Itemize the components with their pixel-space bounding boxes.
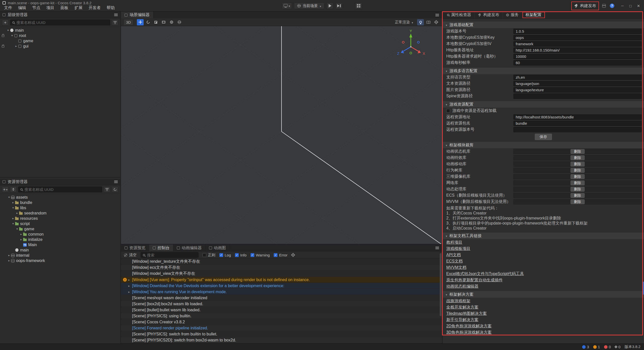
- preview-scene-select[interactable]: 当前场景: [294, 3, 325, 9]
- text-input[interactable]: 10000: [513, 54, 641, 59]
- tree-expand-arrow-icon[interactable]: [10, 34, 14, 37]
- assets-tree-row[interactable]: game: [0, 226, 120, 232]
- inspector-tab[interactable]: 构建发布: [475, 12, 503, 18]
- tree-expand-arrow-icon[interactable]: [11, 201, 15, 204]
- remote-load-checkbox[interactable]: [446, 109, 450, 113]
- coordinate-space-button[interactable]: [176, 19, 183, 25]
- assets-filter-button[interactable]: [104, 187, 110, 192]
- console-settings-icon[interactable]: [292, 253, 295, 256]
- inspector-tab[interactable]: 服务: [503, 12, 522, 18]
- solution-link[interactable]: 全栈开发解决方案: [443, 304, 482, 310]
- menu-item[interactable]: 节点: [29, 5, 43, 11]
- lock-icon[interactable]: [2, 35, 4, 37]
- solution-link[interactable]: 新手引导解决方案: [443, 317, 482, 323]
- text-input[interactable]: http://localhost:8083/assets/bundle: [513, 114, 641, 120]
- console-search-input[interactable]: [147, 253, 196, 257]
- assets-tree-row[interactable]: Main: [0, 242, 120, 247]
- regex-filter[interactable]: 正则: [203, 253, 215, 257]
- assets-tree-row[interactable]: assets: [0, 195, 120, 200]
- assets-tree-row[interactable]: resources: [0, 216, 120, 221]
- doc-link[interactable]: ECS文档: [443, 258, 466, 264]
- log-row[interactable]: [Scene] [PHYSICS]: using builtin.: [121, 313, 442, 319]
- delete-module-button[interactable]: 删除: [571, 181, 585, 185]
- delete-module-button[interactable]: 删除: [571, 193, 585, 198]
- assets-search-input[interactable]: [24, 187, 100, 192]
- log-row[interactable]: [Scene] [box2d]:box2d wasm lib loaded.: [121, 301, 442, 307]
- extension-package-icon[interactable]: [602, 4, 606, 8]
- rect-tool-button[interactable]: [160, 19, 167, 25]
- log-row[interactable]: [Scene] [PHYSICS2D]: switch from box2d-w…: [121, 337, 442, 343]
- minimize-button[interactable]: [618, 2, 626, 10]
- log-level-filter[interactable]: Error: [274, 253, 287, 257]
- maximize-button[interactable]: [626, 2, 634, 10]
- delete-module-button[interactable]: 删除: [571, 162, 585, 166]
- log-row[interactable]: [Scene] Cocos Creator v3.8.2: [121, 319, 442, 325]
- build-publish-button[interactable]: 构建发布: [572, 2, 598, 10]
- add-node-button[interactable]: [2, 20, 9, 25]
- inspector-tab[interactable]: 属性检查器: [444, 12, 475, 18]
- preview-platform-button[interactable]: [282, 3, 292, 9]
- console-tab[interactable]: 动画图: [206, 245, 230, 251]
- hierarchy-search-input[interactable]: [16, 20, 108, 25]
- axis-gizmo[interactable]: Y X Z: [395, 29, 428, 62]
- delete-module-button[interactable]: 删除: [571, 187, 585, 192]
- tree-expand-arrow-icon[interactable]: [15, 211, 19, 215]
- tree-expand-arrow-icon[interactable]: [7, 254, 11, 257]
- render-mode-select[interactable]: 正常渲染: [395, 20, 413, 25]
- assets-refresh-button[interactable]: [112, 187, 118, 192]
- section-header-docs[interactable]: 框架文档工具链接: [443, 233, 644, 239]
- text-input[interactable]: [513, 127, 641, 132]
- checkbox-icon[interactable]: [274, 253, 277, 257]
- text-input[interactable]: http://192.168.0.150/main/: [513, 48, 641, 53]
- notification-count[interactable]: 0: [615, 345, 620, 349]
- section-header-modules[interactable]: 框架模块裁剪: [443, 142, 644, 148]
- scene-light-toggle[interactable]: [417, 19, 424, 25]
- menu-item[interactable]: 扩展: [71, 5, 86, 11]
- doc-link[interactable]: 动画状态机编辑器: [443, 283, 482, 289]
- regex-checkbox[interactable]: [203, 253, 206, 257]
- console-tab[interactable]: 资源预览: [121, 245, 149, 251]
- tree-expand-arrow-icon[interactable]: [7, 196, 11, 199]
- menu-item[interactable]: 开发者: [86, 5, 104, 11]
- scene-camera-button[interactable]: [425, 19, 432, 25]
- log-row[interactable]: [Window] You are running Vue in developm…: [121, 289, 442, 295]
- log-count[interactable]: 3: [582, 345, 589, 349]
- assets-tree-row[interactable]: internal: [0, 253, 120, 258]
- log-level-filter[interactable]: Warning: [251, 253, 270, 257]
- tree-expand-arrow-icon[interactable]: [15, 227, 19, 231]
- play-button[interactable]: [327, 3, 334, 9]
- text-input[interactable]: 60: [513, 60, 641, 65]
- text-input[interactable]: zh,en: [513, 75, 641, 80]
- delete-module-button[interactable]: 删除: [571, 149, 585, 154]
- hierarchy-tree-row[interactable]: gui: [0, 43, 120, 49]
- save-button[interactable]: 保存: [535, 134, 552, 140]
- assets-tree-row[interactable]: main: [0, 247, 120, 253]
- assets-tree-row[interactable]: bundle: [0, 200, 120, 205]
- tree-expand-arrow-icon[interactable]: [11, 217, 15, 220]
- menu-item[interactable]: 帮助: [104, 5, 118, 11]
- log-level-filter[interactable]: Info: [235, 253, 247, 257]
- scale-tool-button[interactable]: [152, 19, 159, 25]
- log-level-filter[interactable]: Log: [219, 253, 231, 257]
- tree-expand-arrow-icon[interactable]: [19, 233, 23, 236]
- move-tool-button[interactable]: [137, 19, 144, 25]
- doc-link[interactable]: 原生包热更新配置自动生成插件: [443, 277, 506, 283]
- tree-expand-arrow-icon[interactable]: [6, 29, 10, 32]
- text-input[interactable]: framework: [513, 41, 641, 47]
- solution-link[interactable]: 2D角色扮演游戏解决方案: [443, 323, 495, 329]
- tree-expand-arrow-icon[interactable]: [11, 222, 15, 225]
- hierarchy-tree-row[interactable]: root: [0, 33, 120, 38]
- log-row[interactable]: [Window] Download the Vue Devtools exten…: [121, 283, 442, 289]
- log-row[interactable]: [Window] ecs文件夹不存在: [121, 265, 442, 271]
- console-clear-button[interactable]: 清空: [124, 253, 137, 257]
- log-row[interactable]: [Scene] Forward render pipeline initiali…: [121, 325, 442, 331]
- assets-sort-button[interactable]: [10, 187, 17, 192]
- solution-link[interactable]: Tiledmap地图解决方案: [443, 310, 490, 317]
- section-header-base[interactable]: 游戏基础配置: [443, 22, 644, 28]
- expand-chevron-icon[interactable]: [128, 290, 132, 294]
- assets-tree-row[interactable]: initialize: [0, 237, 120, 242]
- help-icon[interactable]: [610, 4, 614, 8]
- log-row[interactable]: [Window] [Vue warn]: Property "onInput" …: [121, 277, 442, 283]
- panel-menu-icon[interactable]: [435, 14, 439, 16]
- section-header-solutions[interactable]: 框架解决方案: [443, 291, 644, 298]
